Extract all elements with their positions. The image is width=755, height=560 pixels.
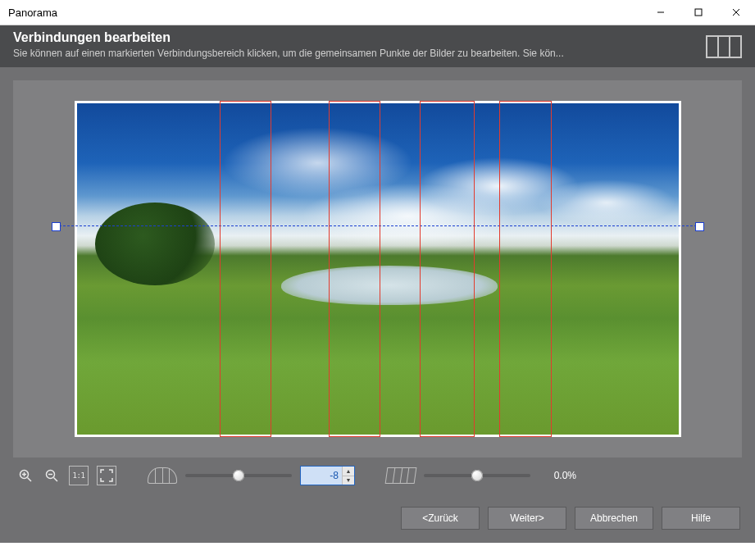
tilt-value: 0.0% bbox=[539, 470, 576, 481]
fit-screen-button[interactable] bbox=[97, 466, 116, 485]
next-button[interactable]: Weiter> bbox=[488, 507, 566, 530]
preview-viewport[interactable] bbox=[13, 80, 742, 458]
window-close-button[interactable] bbox=[717, 0, 755, 25]
curvature-step-up[interactable]: ▲ bbox=[343, 467, 354, 476]
actual-size-label: 1:1 bbox=[73, 471, 85, 480]
horizon-handle-left[interactable] bbox=[52, 222, 61, 231]
tilt-slider-thumb[interactable] bbox=[471, 470, 483, 481]
cancel-button[interactable]: Abbrechen bbox=[575, 507, 653, 530]
horizon-guide[interactable] bbox=[55, 225, 701, 226]
curvature-spinbox[interactable]: ▲ ▼ bbox=[300, 466, 355, 485]
horizon-handle-right[interactable] bbox=[695, 222, 704, 231]
tilt-icon bbox=[385, 467, 417, 484]
zoom-in-button[interactable] bbox=[16, 467, 34, 485]
tilt-slider[interactable] bbox=[424, 474, 530, 477]
window-maximize-button[interactable] bbox=[680, 0, 717, 25]
curvature-input[interactable] bbox=[301, 467, 342, 485]
page-subtitle: Sie können auf einen markierten Verbindu… bbox=[13, 48, 636, 59]
actual-size-button[interactable]: 1:1 bbox=[69, 466, 89, 485]
curvature-slider-thumb[interactable] bbox=[233, 470, 244, 481]
zoom-out-button[interactable] bbox=[43, 467, 61, 485]
svg-line-5 bbox=[28, 478, 32, 482]
panorama-image bbox=[77, 103, 679, 435]
help-button[interactable]: Hilfe bbox=[662, 507, 740, 530]
back-button[interactable]: <Zurück bbox=[401, 507, 480, 530]
wizard-footer: <Zurück Weiter> Abbrechen Hilfe bbox=[0, 499, 755, 543]
wizard-header: Verbindungen bearbeiten Sie können auf e… bbox=[0, 25, 755, 67]
panorama-canvas[interactable] bbox=[75, 101, 681, 437]
curvature-slider[interactable] bbox=[185, 474, 292, 477]
window-minimize-button[interactable] bbox=[642, 0, 680, 25]
window-titlebar: Panorama bbox=[0, 0, 755, 25]
wizard-body: 1:1 ▲ ▼ 0.0% bbox=[0, 67, 755, 499]
page-title: Verbindungen bearbeiten bbox=[13, 30, 706, 45]
curvature-icon bbox=[148, 467, 177, 484]
curvature-step-down[interactable]: ▼ bbox=[343, 476, 354, 485]
svg-rect-1 bbox=[695, 9, 702, 16]
preview-toolbar: 1:1 ▲ ▼ 0.0% bbox=[13, 458, 742, 485]
window-title: Panorama bbox=[0, 7, 642, 19]
svg-line-9 bbox=[54, 478, 58, 482]
filmstrip-icon bbox=[706, 35, 742, 58]
